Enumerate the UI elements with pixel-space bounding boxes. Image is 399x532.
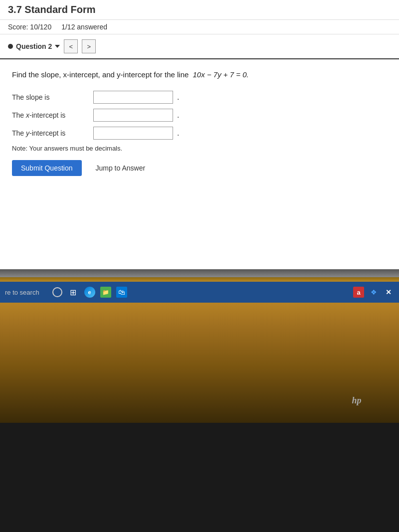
x-intercept-input[interactable] (93, 109, 173, 122)
hp-logo: hp (344, 393, 369, 408)
x-intercept-label: The x-intercept is (12, 111, 89, 119)
question-equation: 10x − 7y + 7 = 0. (193, 70, 249, 79)
x-intercept-period: . (177, 111, 179, 120)
browser-content: 3.7 Standard Form Score: 10/120 1/12 ans… (0, 0, 399, 269)
y-intercept-label: The y-intercept is (12, 129, 89, 137)
question-selector[interactable]: Question 2 (8, 42, 60, 50)
taskbar-search: re to search (5, 289, 39, 296)
question-dot (8, 44, 13, 49)
slope-input[interactable] (93, 91, 173, 104)
question-area: Find the slope, x-intercept, and y-inter… (0, 59, 399, 186)
x-icon[interactable]: ✕ (383, 287, 394, 298)
slope-row: The slope is . (12, 91, 387, 104)
slope-label: The slope is (12, 93, 89, 101)
score-text: Score: 10/120 (8, 23, 51, 31)
question-text-main: Find the slope, x-intercept, and y-inter… (12, 70, 189, 79)
answered-text: 1/12 answered (61, 23, 107, 31)
next-question-button[interactable]: > (82, 39, 96, 53)
store-icon[interactable]: 🛍 (116, 287, 127, 298)
note-text: Note: Your answers must be decimals. (12, 145, 387, 152)
laptop-bezel (0, 269, 399, 277)
taskbar-right-icons: a ❖ ✕ (353, 287, 394, 298)
laptop-screen: 3.7 Standard Form Score: 10/120 1/12 ans… (0, 0, 399, 299)
x-intercept-row: The x-intercept is . (12, 109, 387, 122)
search-text: re to search (5, 289, 39, 296)
jump-to-answer-button[interactable]: Jump to Answer (89, 160, 153, 176)
question-nav: Question 2 < > (0, 34, 399, 59)
amazon-icon[interactable]: a (353, 287, 364, 298)
page-header: 3.7 Standard Form (0, 0, 399, 20)
score-bar: Score: 10/120 1/12 answered (0, 20, 399, 34)
y-intercept-input[interactable] (93, 127, 173, 140)
y-intercept-period: . (177, 129, 179, 138)
taskbar: re to search ⊞ e 📁 🛍 a ❖ ✕ (0, 282, 399, 303)
edge-browser-icon[interactable]: e (84, 287, 95, 298)
slope-period: . (177, 93, 179, 102)
dropbox-icon[interactable]: ❖ (368, 287, 379, 298)
question-text: Find the slope, x-intercept, and y-inter… (12, 69, 387, 81)
question-label: Question 2 (16, 42, 52, 50)
button-row: Submit Question Jump to Answer (12, 160, 387, 176)
file-explorer-icon[interactable]: 📁 (100, 287, 111, 298)
submit-question-button[interactable]: Submit Question (12, 160, 82, 176)
y-intercept-row: The y-intercept is . (12, 127, 387, 140)
prev-question-button[interactable]: < (64, 39, 78, 53)
task-view-icon[interactable]: ⊞ (67, 286, 79, 298)
taskbar-icons: ⊞ e 📁 🛍 (52, 286, 127, 298)
search-icon[interactable] (52, 287, 62, 297)
dropdown-icon[interactable] (55, 45, 60, 48)
page-title: 3.7 Standard Form (8, 4, 391, 15)
laptop-base: f3 f4 f5 f6 hp (0, 283, 399, 423)
